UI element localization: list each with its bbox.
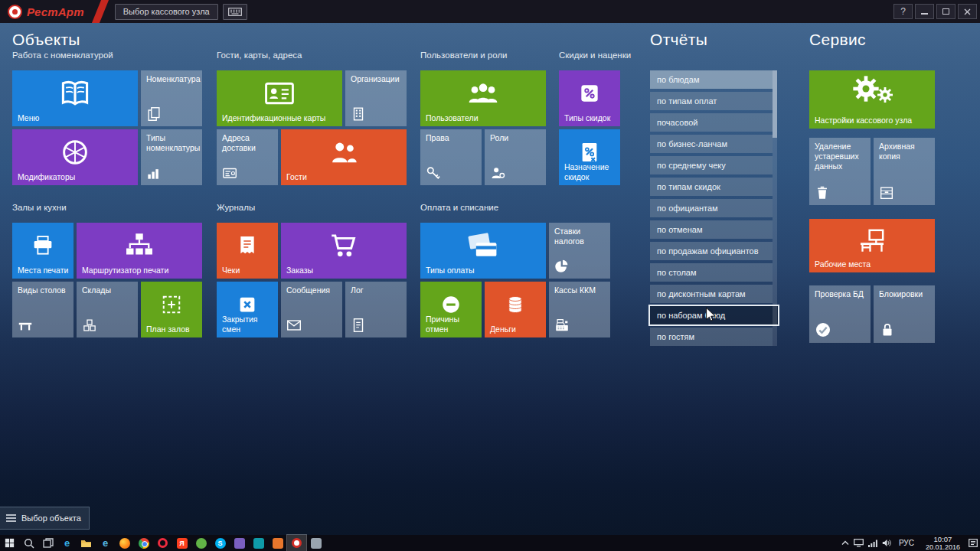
- tile-id-cards[interactable]: Идентификационные карты: [217, 70, 342, 126]
- close-button[interactable]: [958, 4, 977, 19]
- opera-icon[interactable]: [153, 535, 172, 551]
- tile-tax-rates[interactable]: Ставки налогов: [549, 223, 610, 279]
- tile-label: Роли: [490, 133, 543, 143]
- teal-app-icon[interactable]: [249, 535, 268, 551]
- language-indicator[interactable]: РУС: [893, 539, 920, 547]
- tile-money[interactable]: Деньги: [485, 282, 546, 337]
- tile-log[interactable]: Лог: [345, 282, 407, 337]
- group-title: Скидки и наценки: [559, 51, 631, 64]
- search-button[interactable]: [19, 535, 38, 551]
- tile-delete-old-data[interactable]: Удаление устаревших данных: [809, 138, 871, 205]
- report-item[interactable]: по типам оплат: [650, 92, 773, 110]
- display-icon[interactable]: [852, 535, 866, 551]
- tile-label: Кассы ККМ: [554, 285, 607, 295]
- orange-app-icon[interactable]: [268, 535, 287, 551]
- archive-icon: [878, 184, 895, 201]
- report-item[interactable]: по дисконтным картам: [650, 285, 773, 303]
- tile-db-check[interactable]: Проверка БД: [809, 285, 871, 343]
- cash-node-select-button[interactable]: Выбор кассового узла: [115, 4, 218, 20]
- internet-explorer-icon[interactable]: e: [96, 535, 115, 551]
- maximize-button[interactable]: [936, 4, 956, 19]
- tile-menu[interactable]: Меню: [12, 70, 138, 126]
- report-item[interactable]: по столам: [650, 263, 773, 282]
- printer-icon: [12, 226, 74, 266]
- reports-scrollbar[interactable]: [773, 70, 777, 346]
- report-item[interactable]: по гостям: [650, 328, 773, 346]
- tile-roles[interactable]: Роли: [485, 129, 546, 185]
- clock[interactable]: 10:07 20.01.2016: [920, 535, 966, 551]
- tile-locks[interactable]: Блокировки: [874, 285, 935, 343]
- tile-cancel-reasons[interactable]: Причины отмен: [420, 282, 482, 337]
- group-nomenclature: Работа с номенклатурой Меню Номенклатура…: [12, 51, 113, 64]
- report-item[interactable]: по официантам: [650, 199, 773, 217]
- tile-label: Идентификационные карты: [222, 113, 339, 123]
- menu-icon: [6, 514, 16, 522]
- purple-app-icon[interactable]: [230, 535, 249, 551]
- tile-table-types[interactable]: Виды столов: [12, 282, 74, 337]
- scrollbar-thumb[interactable]: [773, 70, 777, 138]
- task-view-button[interactable]: [38, 535, 57, 551]
- tile-nomenclature[interactable]: Номенклатура: [141, 70, 202, 126]
- report-item[interactable]: почасовой: [650, 113, 773, 132]
- report-item[interactable]: по среднему чеку: [650, 156, 773, 174]
- tile-delivery-addresses[interactable]: Адреса доставки: [217, 129, 278, 185]
- cards-icon: [420, 226, 546, 266]
- green-app-icon[interactable]: [191, 535, 211, 551]
- group-guests-cards: Гости, карты, адреса Идентификационные к…: [217, 51, 302, 64]
- action-center-icon[interactable]: [966, 535, 980, 551]
- object-select-button[interactable]: Выбор объекта: [0, 507, 90, 530]
- tile-rights[interactable]: Права: [420, 129, 482, 185]
- edge-icon[interactable]: e: [57, 535, 77, 551]
- report-item[interactable]: по типам скидок: [650, 178, 773, 196]
- report-item[interactable]: по бизнес-ланчам: [650, 135, 773, 153]
- tile-discount-assignment[interactable]: Назначение скидок: [559, 129, 620, 185]
- tile-receipts[interactable]: Чеки: [217, 223, 278, 279]
- yandex-browser-icon[interactable]: Я: [172, 535, 191, 551]
- tile-label: Пользователи: [426, 113, 543, 123]
- report-item[interactable]: по отменам: [650, 220, 773, 239]
- help-button[interactable]: ?: [893, 4, 913, 19]
- pie-icon: [554, 258, 570, 275]
- tile-print-router[interactable]: Маршрутизатор печати: [77, 223, 202, 279]
- minimize-button[interactable]: [915, 4, 934, 19]
- app-name: РестАрт: [27, 5, 84, 18]
- tray-expand-icon[interactable]: [838, 535, 852, 551]
- file-explorer-icon[interactable]: [77, 535, 96, 551]
- report-item[interactable]: по блюдам: [650, 70, 773, 89]
- service-section-title: Сервис: [809, 31, 866, 49]
- start-button[interactable]: [0, 535, 19, 551]
- envelope-icon: [286, 317, 302, 334]
- tile-organizations[interactable]: Организации: [345, 70, 407, 126]
- skype-icon[interactable]: S: [211, 535, 230, 551]
- firefox-icon[interactable]: [115, 535, 134, 551]
- tile-print-places[interactable]: Места печати: [12, 223, 74, 279]
- tile-messages[interactable]: Сообщения: [281, 282, 342, 337]
- tile-guests[interactable]: Гости: [281, 129, 407, 185]
- network-icon[interactable]: [866, 535, 880, 551]
- windows-logo-icon: [5, 538, 15, 548]
- tile-workplaces[interactable]: Рабочие места: [809, 219, 935, 272]
- tile-payment-types[interactable]: Типы оплаты: [420, 223, 546, 279]
- tile-archive-copy[interactable]: Архивная копия: [874, 138, 935, 205]
- tile-nomenclature-types[interactable]: Типы номенклатуры: [141, 129, 202, 185]
- tile-shift-closings[interactable]: Закрытия смен: [217, 282, 278, 337]
- tile-discount-types[interactable]: Типы скидок: [559, 70, 620, 126]
- tile-label: Номенклатура: [146, 74, 199, 84]
- tile-modifiers[interactable]: Модификаторы: [12, 129, 138, 185]
- report-item-selected[interactable]: по наборам блюд: [650, 306, 778, 324]
- tile-kkm-registers[interactable]: Кассы ККМ: [549, 282, 610, 337]
- tile-users[interactable]: Пользователи: [420, 70, 546, 126]
- titlebar: РестАрт Выбор кассового узла ?: [0, 0, 980, 23]
- tile-orders[interactable]: Заказы: [281, 223, 407, 279]
- report-item[interactable]: по продажам официантов: [650, 242, 773, 260]
- gray-app-icon[interactable]: [306, 535, 325, 551]
- tile-hall-plan[interactable]: План залов: [141, 282, 202, 337]
- onscreen-keyboard-button[interactable]: [223, 4, 247, 20]
- restart-app-taskbar-icon[interactable]: [287, 535, 306, 551]
- tile-cash-node-settings[interactable]: Настройки кассового узла: [809, 70, 935, 129]
- volume-icon[interactable]: [880, 535, 893, 551]
- key-icon: [425, 165, 442, 181]
- tile-warehouses[interactable]: Склады: [77, 282, 138, 337]
- chrome-icon[interactable]: [134, 535, 153, 551]
- menu-book-icon: [12, 73, 138, 113]
